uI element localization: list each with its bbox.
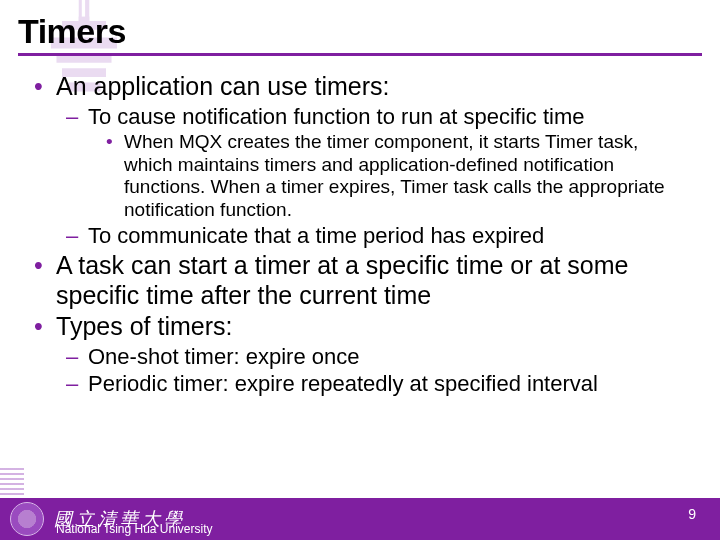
university-seal-icon (10, 502, 44, 536)
slide-body: An application can use timers: To cause … (34, 72, 690, 399)
bullet-text: Types of timers: (56, 312, 232, 340)
page-number: 9 (688, 506, 696, 522)
bullet-lvl3: When MQX creates the timer component, it… (106, 131, 690, 221)
bullet-text: An application can use timers: (56, 72, 390, 100)
bullet-text: Periodic timer: expire repeatedly at spe… (88, 371, 598, 396)
bullet-text: One-shot timer: expire once (88, 344, 359, 369)
bullet-lvl1: A task can start a timer at a specific t… (34, 251, 690, 310)
bullet-text: A task can start a timer at a specific t… (56, 251, 628, 309)
university-name-en: National Tsing Hua University (56, 522, 213, 536)
bullet-lvl2: To communicate that a time period has ex… (66, 223, 690, 249)
bullet-text: When MQX creates the timer component, it… (124, 131, 665, 219)
bullet-text: To communicate that a time period has ex… (88, 223, 544, 248)
bullet-lvl1: Types of timers: One-shot timer: expire … (34, 312, 690, 397)
bullet-lvl1: An application can use timers: To cause … (34, 72, 690, 249)
decorative-hatch (0, 468, 24, 498)
bullet-lvl2: Periodic timer: expire repeatedly at spe… (66, 371, 690, 397)
slide-footer: 國立清華大學 National Tsing Hua University 9 (0, 498, 720, 540)
title-area: Timers (18, 12, 702, 56)
slide-title: Timers (18, 12, 702, 51)
bullet-lvl2: One-shot timer: expire once (66, 344, 690, 370)
bullet-text: To cause notification function to run at… (88, 104, 584, 129)
title-underline (18, 53, 702, 56)
slide: Timers An application can use timers: To… (0, 0, 720, 540)
bullet-lvl2: To cause notification function to run at… (66, 104, 690, 222)
